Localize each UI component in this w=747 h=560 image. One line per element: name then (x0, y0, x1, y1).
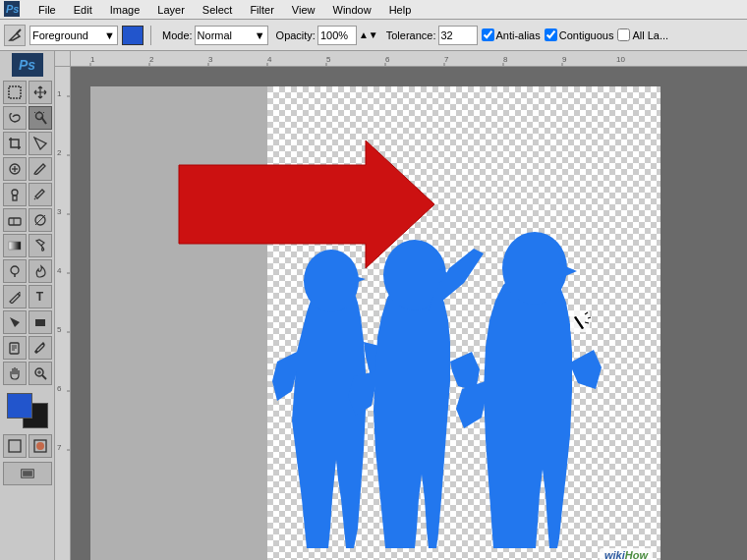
tolerance-group: Tolerance: (382, 26, 478, 45)
move-tool[interactable] (29, 81, 52, 104)
svg-line-7 (43, 112, 44, 113)
marquee-tool[interactable] (3, 81, 27, 104)
canvas-wrapper: wikiHow (90, 86, 661, 560)
svg-rect-18 (9, 242, 21, 250)
svg-rect-71 (90, 86, 267, 560)
magic-wand-tool[interactable] (29, 106, 52, 130)
menu-view[interactable]: View (289, 3, 318, 17)
menu-bar: Ps File Edit Image Layer Select Filter V… (0, 0, 747, 20)
color-swatches (7, 393, 48, 428)
svg-point-33 (36, 442, 44, 450)
svg-text:5: 5 (326, 55, 331, 64)
ruler-corner (55, 51, 71, 67)
svg-text:2: 2 (149, 55, 154, 64)
svg-text:4: 4 (57, 266, 62, 275)
eyedropper-tool[interactable] (29, 336, 52, 360)
foreground-color[interactable] (7, 393, 32, 419)
path-selection-tool[interactable] (3, 310, 27, 334)
brush-tool[interactable] (29, 157, 52, 181)
tool-row-8 (3, 259, 52, 283)
crop-tool[interactable] (3, 132, 27, 155)
contiguous-checkbox[interactable] (545, 28, 557, 41)
canvas-content (90, 86, 661, 560)
ps-logo: Ps (12, 53, 43, 77)
opacity-label: Opacity: (276, 29, 316, 41)
canvas-area: 1 2 3 4 5 6 7 8 9 10 (55, 51, 747, 560)
eraser-tool[interactable] (3, 208, 27, 232)
mode-group: Mode: Normal ▼ (158, 26, 268, 45)
menu-filter[interactable]: Filter (247, 3, 276, 17)
svg-text:3: 3 (57, 207, 62, 216)
svg-point-76 (304, 250, 359, 312)
viewport[interactable]: wikiHow (71, 67, 747, 560)
separator (150, 26, 151, 45)
tool-row-7 (3, 234, 52, 257)
svg-text:7: 7 (57, 443, 62, 452)
svg-rect-21 (35, 319, 45, 326)
svg-rect-14 (9, 218, 21, 225)
notes-tool[interactable] (3, 336, 27, 360)
opacity-input[interactable] (317, 26, 357, 45)
tool-row-11 (3, 336, 52, 360)
fill-type-label: Foreground (32, 29, 88, 41)
menu-select[interactable]: Select (200, 3, 236, 17)
pen-tool[interactable] (3, 285, 27, 308)
all-layers-checkbox[interactable] (617, 28, 630, 41)
all-layers-group: All La... (617, 28, 668, 41)
background-eraser-tool[interactable] (29, 208, 52, 232)
tool-row-3 (3, 132, 52, 155)
svg-line-2 (17, 29, 21, 33)
svg-rect-35 (23, 471, 32, 476)
svg-point-5 (35, 113, 42, 120)
wikihow-badge: wikiHow (600, 548, 653, 560)
menu-file[interactable]: File (35, 3, 59, 17)
type-tool[interactable]: T (29, 285, 52, 308)
svg-rect-56 (55, 67, 71, 560)
lasso-tool[interactable] (3, 106, 27, 130)
menu-help[interactable]: Help (386, 3, 415, 17)
tool-row-12 (3, 362, 52, 385)
hand-tool[interactable] (3, 362, 27, 385)
color-preview[interactable] (122, 26, 144, 45)
svg-rect-3 (9, 86, 21, 98)
burn-tool[interactable] (29, 259, 52, 283)
anti-alias-checkbox[interactable] (482, 28, 494, 41)
svg-text:1: 1 (90, 55, 95, 64)
fill-type-dropdown[interactable]: Foreground ▼ (29, 26, 118, 45)
menu-layer[interactable]: Layer (154, 3, 188, 17)
slice-tool[interactable] (29, 132, 52, 155)
mode-label: Mode: (162, 29, 193, 41)
svg-text:10: 10 (616, 55, 625, 64)
svg-text:4: 4 (267, 55, 272, 64)
svg-point-12 (12, 190, 18, 196)
tolerance-input[interactable] (438, 26, 478, 45)
menu-window[interactable]: Window (330, 3, 374, 17)
quick-mask-button[interactable] (29, 434, 52, 458)
active-tool-icon[interactable] (4, 25, 26, 46)
mode-dropdown[interactable]: Normal ▼ (195, 26, 268, 45)
stamp-tool[interactable] (3, 183, 27, 206)
standard-mode-button[interactable] (3, 434, 27, 458)
dodge-tool[interactable] (3, 259, 27, 283)
tool-row-9: T (3, 285, 52, 308)
tool-row-6 (3, 208, 52, 232)
screen-mode-button[interactable] (3, 462, 52, 485)
how-text: How (625, 549, 648, 560)
opacity-stepper[interactable]: ▲▼ (359, 29, 378, 40)
zoom-tool[interactable] (29, 362, 52, 385)
tool-row-2 (3, 106, 52, 130)
menu-edit[interactable]: Edit (71, 3, 95, 17)
gradient-tool[interactable] (3, 234, 27, 257)
svg-text:9: 9 (562, 55, 567, 64)
healing-tool[interactable] (3, 157, 27, 181)
svg-text:6: 6 (385, 55, 390, 64)
history-brush-tool[interactable] (29, 183, 52, 206)
svg-point-19 (11, 266, 19, 274)
anti-alias-label: Anti-alias (496, 29, 541, 41)
paint-bucket-tool[interactable] (29, 234, 52, 257)
shape-tool[interactable] (29, 310, 52, 334)
svg-rect-36 (71, 51, 747, 67)
tolerance-label: Tolerance: (386, 29, 436, 41)
anti-alias-group: Anti-alias (482, 28, 541, 41)
menu-image[interactable]: Image (107, 3, 144, 17)
